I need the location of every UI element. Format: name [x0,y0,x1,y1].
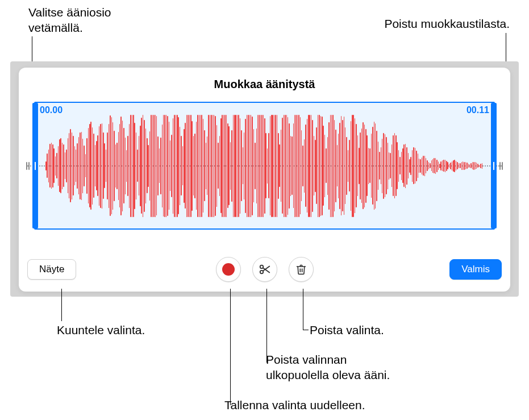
leader-delete-h [303,330,309,330]
record-icon [222,263,235,276]
leader-rerecord [230,289,231,405]
scissors-icon [259,263,271,276]
toolbar-center-group [210,257,319,282]
trash-icon [295,263,307,276]
delete-button[interactable] [289,257,314,282]
outer-handle-left[interactable] [24,160,31,172]
waveform-area[interactable]: 00.00 00.11 [27,102,502,230]
selection-handle-end[interactable] [491,103,497,228]
callout-delete-selection: Poista valinta. [310,322,384,338]
leader-listen [61,289,62,321]
selection-handle-start[interactable] [32,103,38,228]
leader-trim [266,289,267,363]
callout-trim-outside: Poista valinnan ulkopuolella oleva ääni. [266,352,390,383]
callout-exit-edit: Poistu muokkaustilasta. [384,16,510,31]
callout-drag-select: Valitse ääniosio vetämällä. [28,5,111,36]
panel-title: Muokkaa äänitystä [19,78,510,91]
trim-button[interactable] [252,257,277,282]
sample-button[interactable]: Näyte [27,259,76,280]
outer-handle-right[interactable] [498,160,505,172]
selection-region[interactable]: 00.00 00.11 [34,102,495,230]
toolbar: Näyte Valmis [27,256,502,282]
callout-rerecord-selection: Tallenna valinta uudelleen. [224,397,365,413]
waveform [45,110,484,222]
leader-delete [303,289,303,330]
record-button[interactable] [216,257,241,282]
callout-listen-selection: Kuuntele valinta. [57,322,145,338]
done-button[interactable]: Valmis [449,259,502,280]
edit-recording-panel: Muokkaa äänitystä 00.00 00.11 Näyte [19,68,510,292]
